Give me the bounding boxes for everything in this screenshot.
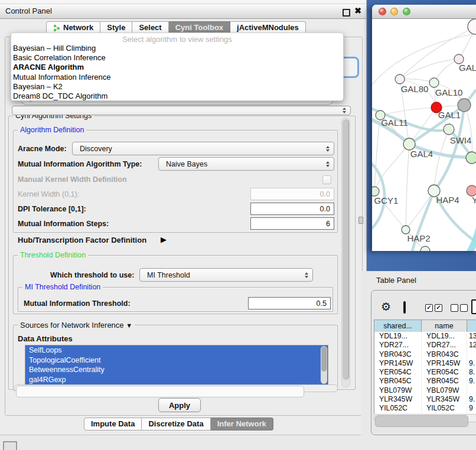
table-row[interactable]: YBR043CYBR043C xyxy=(374,350,476,359)
tab-discretize-data[interactable]: Discretize Data xyxy=(142,418,210,431)
settings-gear-icon[interactable]: ⚙ xyxy=(381,300,391,314)
tab-impute-data-label: Impute Data xyxy=(91,418,135,430)
close-traffic-light[interactable] xyxy=(379,8,386,15)
attributes-horizontal-scrollbar[interactable] xyxy=(14,384,338,392)
network-node-label: SWI4 xyxy=(450,135,472,145)
table-column-header[interactable]: shared... xyxy=(374,320,422,332)
scrollbar-thumb[interactable] xyxy=(16,386,304,397)
table-cell: YDR27... xyxy=(422,341,467,350)
combo-spinner-icon xyxy=(326,161,330,167)
scrollbar-thumb[interactable] xyxy=(343,119,349,380)
table-column-header[interactable]: name xyxy=(422,320,467,332)
network-view-window: GALGAL80GAL10GAL1GAL11SWI4GAL4GCY1HAP4YH… xyxy=(372,5,476,251)
table-cell: YLR345W xyxy=(422,395,467,404)
deselect-all-icon[interactable] xyxy=(451,304,458,312)
table-cell: 8. xyxy=(467,368,476,377)
splitter-grip[interactable] xyxy=(358,217,363,224)
zoom-traffic-light[interactable] xyxy=(403,8,410,15)
table-row[interactable]: YBL079WYBL079W xyxy=(374,386,476,395)
network-node[interactable] xyxy=(372,187,379,196)
table-row[interactable]: YIL052CYIL052C9 xyxy=(374,404,476,413)
table-horizontal-scrollbar[interactable] xyxy=(374,414,476,422)
network-node[interactable] xyxy=(402,226,410,234)
control-panel-window: Control Panel ✖ Network Style Select Cyn… xyxy=(0,0,367,435)
table-cell: YPR145W xyxy=(374,359,422,368)
mi-steps-value: 6 xyxy=(326,220,330,228)
kernel-width-field[interactable]: 0.0 xyxy=(250,188,334,200)
table-row[interactable]: YLR345WYLR345W9. xyxy=(374,395,476,404)
data-attribute-item[interactable]: SelfLoops xyxy=(25,345,328,356)
collapsed-arrow-icon[interactable]: ▶ xyxy=(161,235,167,244)
dpi-tolerance-value: 0.0 xyxy=(320,205,330,213)
algorithm-option[interactable]: Bayesian – K2 xyxy=(11,82,343,92)
data-attribute-item[interactable]: BetweennessCentrality xyxy=(25,365,328,375)
table-cell: YDR27... xyxy=(374,341,422,350)
table-column-header[interactable] xyxy=(467,320,476,332)
data-attribute-item[interactable]: TopologicalCoefficient xyxy=(25,356,328,366)
algorithm-combobox[interactable] xyxy=(12,106,351,115)
scrollbar-thumb[interactable] xyxy=(321,347,327,371)
settings-vertical-scrollbar[interactable] xyxy=(341,118,350,387)
data-attributes-list[interactable]: SelfLoopsTopologicalCoefficientBetweenne… xyxy=(25,345,328,386)
close-icon[interactable]: ✖ xyxy=(354,6,361,15)
mi-steps-field[interactable]: 6 xyxy=(250,217,334,230)
tab-select-label: Select xyxy=(139,22,161,34)
algorithm-option[interactable]: Dream8 DC_TDC Algorithm xyxy=(11,92,343,101)
network-node[interactable] xyxy=(403,138,415,150)
table-body[interactable]: YDL19...YDL19...13YDR27...YDR27...12YBR0… xyxy=(374,332,476,414)
which-threshold-combobox[interactable]: MI Threshold xyxy=(139,268,313,282)
deselect-all-icon-2[interactable] xyxy=(460,304,468,312)
float-window-icon[interactable] xyxy=(343,9,350,17)
data-attribute-item[interactable]: gal4RGexp xyxy=(25,375,328,385)
network-window-titlebar xyxy=(372,5,476,19)
network-node[interactable] xyxy=(444,124,454,135)
sources-title[interactable]: Sources for Network Inference ▼ xyxy=(18,321,135,330)
aracne-mode-combobox[interactable]: Discovery xyxy=(72,142,334,155)
algorithm-option[interactable]: Mutual Information Inference xyxy=(11,73,343,82)
mi-algorithm-type-combobox[interactable]: Naive Bayes xyxy=(158,157,334,171)
table-row[interactable]: YDL19...YDL19...13 xyxy=(374,332,476,341)
network-node-label: GAL11 xyxy=(381,118,408,128)
table-cell: YBR043C xyxy=(374,350,422,359)
table-row[interactable]: YDR27...YDR27...12 xyxy=(374,341,476,350)
algorithm-dropdown-popup: Select algorithm to view settings Bayesi… xyxy=(11,32,344,101)
algorithm-option[interactable]: Bayesian – Hill Climbing xyxy=(11,44,343,53)
network-node[interactable] xyxy=(466,152,476,164)
network-tab-icon xyxy=(53,24,61,32)
mi-threshold-field[interactable]: 0.5 xyxy=(248,297,331,309)
table-row[interactable]: YPR145WYPR145W9. xyxy=(374,359,476,368)
tab-infer-network[interactable]: Infer Network xyxy=(211,418,273,431)
scrollbar-thumb[interactable] xyxy=(375,415,468,427)
minimize-traffic-light[interactable] xyxy=(390,8,398,15)
control-panel-titlebar: Control Panel ✖ xyxy=(0,4,366,19)
dpi-tolerance-field[interactable]: 0.0 xyxy=(250,203,334,215)
table-row[interactable]: YER054CYER054C8. xyxy=(374,368,476,377)
network-node[interactable] xyxy=(458,99,471,112)
algorithm-option[interactable]: Basic Correlation Inference xyxy=(11,53,343,63)
network-node[interactable] xyxy=(468,19,476,34)
table-cell: 9 xyxy=(467,404,476,413)
network-graph: GALGAL80GAL10GAL1GAL11SWI4GAL4GCY1HAP4YH… xyxy=(372,19,476,251)
network-node[interactable] xyxy=(429,78,439,87)
network-node[interactable] xyxy=(395,74,405,84)
table-row[interactable]: YBR045CYBR045C9. xyxy=(374,377,476,386)
attributes-vertical-scrollbar[interactable] xyxy=(321,346,327,384)
tab-discretize-data-label: Discretize Data xyxy=(148,418,203,430)
mi-threshold-label: Mutual Information Threshold: xyxy=(24,299,131,308)
select-all-check-icon-2[interactable]: ✓ xyxy=(435,304,442,312)
select-all-check-icon[interactable]: ✓ xyxy=(425,304,433,312)
algorithm-option[interactable]: ARACNE Algorithm xyxy=(11,63,343,72)
kernel-width-value: 0.0 xyxy=(320,190,330,198)
hub-definition-label[interactable]: Hub/Transcription Factor Definition xyxy=(18,236,146,244)
table-cell: 9. xyxy=(467,377,476,386)
network-node-label: GAL10 xyxy=(435,87,463,97)
tab-network-label: Network xyxy=(63,22,93,34)
column-selector-icon[interactable] xyxy=(403,301,406,314)
network-canvas[interactable]: GALGAL80GAL10GAL1GAL11SWI4GAL4GCY1HAP4YH… xyxy=(372,19,476,251)
apply-button[interactable]: Apply xyxy=(158,398,201,412)
table-cell: 13 xyxy=(467,332,476,341)
manual-kernel-width-checkbox[interactable] xyxy=(322,175,331,184)
tab-impute-data[interactable]: Impute Data xyxy=(84,418,142,431)
export-table-icon[interactable] xyxy=(471,299,476,314)
minimized-panel-icon[interactable] xyxy=(3,441,17,450)
